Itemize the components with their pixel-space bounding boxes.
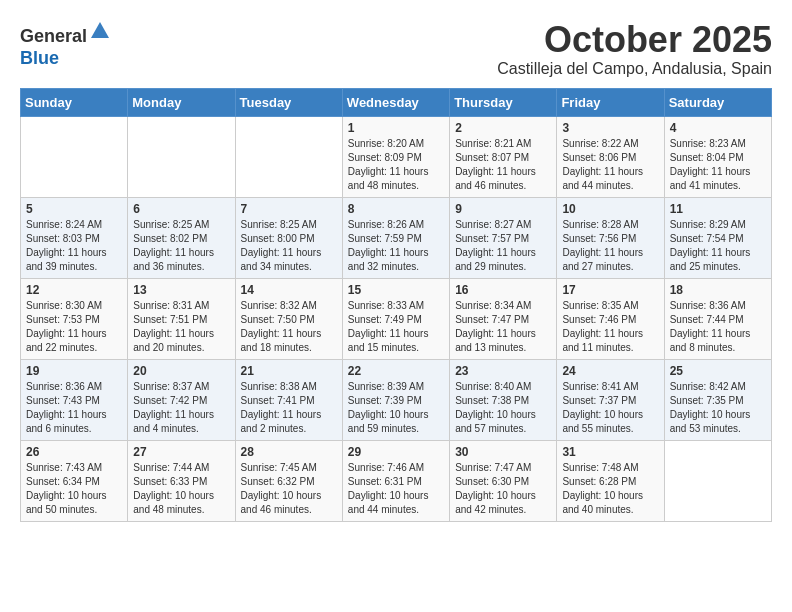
calendar-cell: 8Sunrise: 8:26 AM Sunset: 7:59 PM Daylig…	[342, 197, 449, 278]
calendar-week-3: 12Sunrise: 8:30 AM Sunset: 7:53 PM Dayli…	[21, 278, 772, 359]
calendar-cell: 23Sunrise: 8:40 AM Sunset: 7:38 PM Dayli…	[450, 359, 557, 440]
day-info: Sunrise: 8:33 AM Sunset: 7:49 PM Dayligh…	[348, 299, 444, 355]
day-number: 16	[455, 283, 551, 297]
calendar-cell: 5Sunrise: 8:24 AM Sunset: 8:03 PM Daylig…	[21, 197, 128, 278]
calendar-cell: 29Sunrise: 7:46 AM Sunset: 6:31 PM Dayli…	[342, 440, 449, 521]
day-number: 25	[670, 364, 766, 378]
title-block: October 2025 Castilleja del Campo, Andal…	[497, 20, 772, 78]
day-number: 10	[562, 202, 658, 216]
day-number: 12	[26, 283, 122, 297]
day-info: Sunrise: 8:24 AM Sunset: 8:03 PM Dayligh…	[26, 218, 122, 274]
day-info: Sunrise: 8:37 AM Sunset: 7:42 PM Dayligh…	[133, 380, 229, 436]
day-info: Sunrise: 8:25 AM Sunset: 8:00 PM Dayligh…	[241, 218, 337, 274]
day-info: Sunrise: 8:22 AM Sunset: 8:06 PM Dayligh…	[562, 137, 658, 193]
day-info: Sunrise: 8:26 AM Sunset: 7:59 PM Dayligh…	[348, 218, 444, 274]
calendar-cell	[664, 440, 771, 521]
day-number: 5	[26, 202, 122, 216]
day-number: 19	[26, 364, 122, 378]
calendar-cell: 7Sunrise: 8:25 AM Sunset: 8:00 PM Daylig…	[235, 197, 342, 278]
weekday-header-thursday: Thursday	[450, 88, 557, 116]
day-info: Sunrise: 8:36 AM Sunset: 7:44 PM Dayligh…	[670, 299, 766, 355]
calendar-cell: 18Sunrise: 8:36 AM Sunset: 7:44 PM Dayli…	[664, 278, 771, 359]
calendar-week-5: 26Sunrise: 7:43 AM Sunset: 6:34 PM Dayli…	[21, 440, 772, 521]
day-number: 2	[455, 121, 551, 135]
calendar-cell	[128, 116, 235, 197]
day-info: Sunrise: 8:21 AM Sunset: 8:07 PM Dayligh…	[455, 137, 551, 193]
day-info: Sunrise: 8:35 AM Sunset: 7:46 PM Dayligh…	[562, 299, 658, 355]
day-number: 26	[26, 445, 122, 459]
weekday-header-tuesday: Tuesday	[235, 88, 342, 116]
day-info: Sunrise: 8:38 AM Sunset: 7:41 PM Dayligh…	[241, 380, 337, 436]
day-info: Sunrise: 7:43 AM Sunset: 6:34 PM Dayligh…	[26, 461, 122, 517]
calendar-cell: 12Sunrise: 8:30 AM Sunset: 7:53 PM Dayli…	[21, 278, 128, 359]
calendar-cell: 31Sunrise: 7:48 AM Sunset: 6:28 PM Dayli…	[557, 440, 664, 521]
location: Castilleja del Campo, Andalusia, Spain	[497, 60, 772, 78]
day-number: 29	[348, 445, 444, 459]
day-number: 13	[133, 283, 229, 297]
day-info: Sunrise: 8:42 AM Sunset: 7:35 PM Dayligh…	[670, 380, 766, 436]
day-number: 1	[348, 121, 444, 135]
calendar-cell	[235, 116, 342, 197]
day-number: 9	[455, 202, 551, 216]
day-number: 14	[241, 283, 337, 297]
day-number: 6	[133, 202, 229, 216]
calendar-cell: 16Sunrise: 8:34 AM Sunset: 7:47 PM Dayli…	[450, 278, 557, 359]
svg-marker-0	[91, 22, 109, 38]
day-info: Sunrise: 8:28 AM Sunset: 7:56 PM Dayligh…	[562, 218, 658, 274]
day-number: 11	[670, 202, 766, 216]
calendar-week-4: 19Sunrise: 8:36 AM Sunset: 7:43 PM Dayli…	[21, 359, 772, 440]
calendar-cell: 27Sunrise: 7:44 AM Sunset: 6:33 PM Dayli…	[128, 440, 235, 521]
day-number: 27	[133, 445, 229, 459]
calendar-week-1: 1Sunrise: 8:20 AM Sunset: 8:09 PM Daylig…	[21, 116, 772, 197]
calendar-cell: 1Sunrise: 8:20 AM Sunset: 8:09 PM Daylig…	[342, 116, 449, 197]
day-number: 7	[241, 202, 337, 216]
calendar-cell: 26Sunrise: 7:43 AM Sunset: 6:34 PM Dayli…	[21, 440, 128, 521]
weekday-header-monday: Monday	[128, 88, 235, 116]
day-info: Sunrise: 7:46 AM Sunset: 6:31 PM Dayligh…	[348, 461, 444, 517]
calendar-cell: 22Sunrise: 8:39 AM Sunset: 7:39 PM Dayli…	[342, 359, 449, 440]
calendar-cell: 2Sunrise: 8:21 AM Sunset: 8:07 PM Daylig…	[450, 116, 557, 197]
day-info: Sunrise: 8:39 AM Sunset: 7:39 PM Dayligh…	[348, 380, 444, 436]
day-number: 4	[670, 121, 766, 135]
calendar-cell	[21, 116, 128, 197]
day-info: Sunrise: 8:27 AM Sunset: 7:57 PM Dayligh…	[455, 218, 551, 274]
day-number: 20	[133, 364, 229, 378]
day-number: 15	[348, 283, 444, 297]
calendar-cell: 19Sunrise: 8:36 AM Sunset: 7:43 PM Dayli…	[21, 359, 128, 440]
day-info: Sunrise: 8:23 AM Sunset: 8:04 PM Dayligh…	[670, 137, 766, 193]
calendar-cell: 4Sunrise: 8:23 AM Sunset: 8:04 PM Daylig…	[664, 116, 771, 197]
calendar-week-2: 5Sunrise: 8:24 AM Sunset: 8:03 PM Daylig…	[21, 197, 772, 278]
calendar-cell: 21Sunrise: 8:38 AM Sunset: 7:41 PM Dayli…	[235, 359, 342, 440]
calendar-cell: 25Sunrise: 8:42 AM Sunset: 7:35 PM Dayli…	[664, 359, 771, 440]
day-info: Sunrise: 8:29 AM Sunset: 7:54 PM Dayligh…	[670, 218, 766, 274]
logo-icon	[89, 20, 111, 42]
calendar-cell: 20Sunrise: 8:37 AM Sunset: 7:42 PM Dayli…	[128, 359, 235, 440]
month-title: October 2025	[497, 20, 772, 60]
calendar-table: SundayMondayTuesdayWednesdayThursdayFrid…	[20, 88, 772, 522]
calendar-cell: 13Sunrise: 8:31 AM Sunset: 7:51 PM Dayli…	[128, 278, 235, 359]
calendar-cell: 6Sunrise: 8:25 AM Sunset: 8:02 PM Daylig…	[128, 197, 235, 278]
weekday-header-row: SundayMondayTuesdayWednesdayThursdayFrid…	[21, 88, 772, 116]
calendar-cell: 30Sunrise: 7:47 AM Sunset: 6:30 PM Dayli…	[450, 440, 557, 521]
calendar-cell: 28Sunrise: 7:45 AM Sunset: 6:32 PM Dayli…	[235, 440, 342, 521]
calendar-cell: 14Sunrise: 8:32 AM Sunset: 7:50 PM Dayli…	[235, 278, 342, 359]
day-info: Sunrise: 8:32 AM Sunset: 7:50 PM Dayligh…	[241, 299, 337, 355]
logo: General Blue	[20, 20, 111, 69]
calendar-body: 1Sunrise: 8:20 AM Sunset: 8:09 PM Daylig…	[21, 116, 772, 521]
day-number: 21	[241, 364, 337, 378]
weekday-header-wednesday: Wednesday	[342, 88, 449, 116]
weekday-header-saturday: Saturday	[664, 88, 771, 116]
day-info: Sunrise: 8:30 AM Sunset: 7:53 PM Dayligh…	[26, 299, 122, 355]
day-number: 31	[562, 445, 658, 459]
day-info: Sunrise: 7:44 AM Sunset: 6:33 PM Dayligh…	[133, 461, 229, 517]
logo-blue: Blue	[20, 48, 59, 68]
day-info: Sunrise: 7:48 AM Sunset: 6:28 PM Dayligh…	[562, 461, 658, 517]
weekday-header-friday: Friday	[557, 88, 664, 116]
calendar-cell: 9Sunrise: 8:27 AM Sunset: 7:57 PM Daylig…	[450, 197, 557, 278]
day-info: Sunrise: 8:31 AM Sunset: 7:51 PM Dayligh…	[133, 299, 229, 355]
page-header: General Blue October 2025 Castilleja del…	[20, 20, 772, 78]
calendar-cell: 15Sunrise: 8:33 AM Sunset: 7:49 PM Dayli…	[342, 278, 449, 359]
day-info: Sunrise: 8:20 AM Sunset: 8:09 PM Dayligh…	[348, 137, 444, 193]
calendar-cell: 24Sunrise: 8:41 AM Sunset: 7:37 PM Dayli…	[557, 359, 664, 440]
day-info: Sunrise: 8:40 AM Sunset: 7:38 PM Dayligh…	[455, 380, 551, 436]
